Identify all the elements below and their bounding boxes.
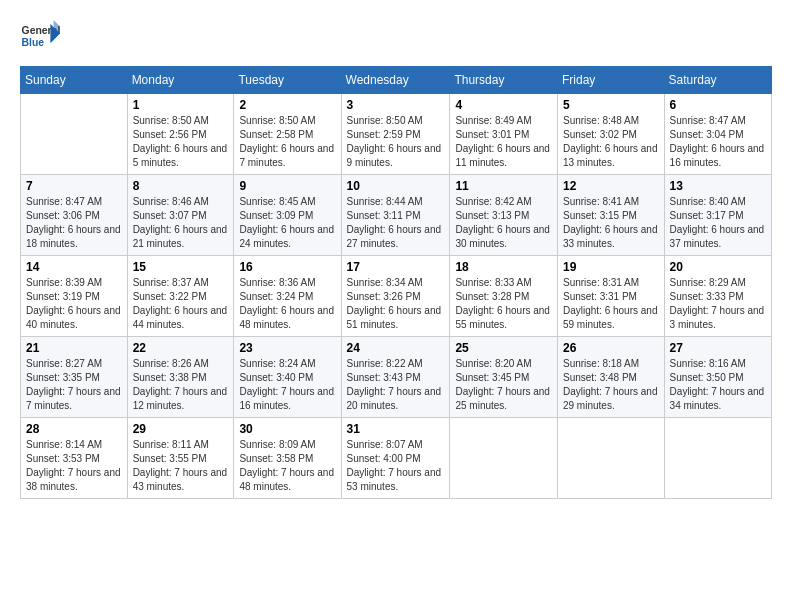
day-number: 27 <box>670 341 766 355</box>
weekday-header-wednesday: Wednesday <box>341 67 450 94</box>
calendar-cell: 7Sunrise: 8:47 AMSunset: 3:06 PMDaylight… <box>21 175 128 256</box>
day-number: 23 <box>239 341 335 355</box>
calendar-cell: 27Sunrise: 8:16 AMSunset: 3:50 PMDayligh… <box>664 337 771 418</box>
calendar-cell <box>21 94 128 175</box>
weekday-header-thursday: Thursday <box>450 67 558 94</box>
calendar-cell: 23Sunrise: 8:24 AMSunset: 3:40 PMDayligh… <box>234 337 341 418</box>
cell-info: Sunrise: 8:41 AMSunset: 3:15 PMDaylight:… <box>563 195 659 251</box>
week-row-4: 21Sunrise: 8:27 AMSunset: 3:35 PMDayligh… <box>21 337 772 418</box>
calendar-cell: 26Sunrise: 8:18 AMSunset: 3:48 PMDayligh… <box>557 337 664 418</box>
cell-info: Sunrise: 8:29 AMSunset: 3:33 PMDaylight:… <box>670 276 766 332</box>
cell-info: Sunrise: 8:26 AMSunset: 3:38 PMDaylight:… <box>133 357 229 413</box>
calendar-cell: 17Sunrise: 8:34 AMSunset: 3:26 PMDayligh… <box>341 256 450 337</box>
cell-info: Sunrise: 8:37 AMSunset: 3:22 PMDaylight:… <box>133 276 229 332</box>
calendar-cell: 9Sunrise: 8:45 AMSunset: 3:09 PMDaylight… <box>234 175 341 256</box>
calendar-cell: 31Sunrise: 8:07 AMSunset: 4:00 PMDayligh… <box>341 418 450 499</box>
calendar-cell: 16Sunrise: 8:36 AMSunset: 3:24 PMDayligh… <box>234 256 341 337</box>
cell-info: Sunrise: 8:27 AMSunset: 3:35 PMDaylight:… <box>26 357 122 413</box>
cell-info: Sunrise: 8:16 AMSunset: 3:50 PMDaylight:… <box>670 357 766 413</box>
calendar-cell: 18Sunrise: 8:33 AMSunset: 3:28 PMDayligh… <box>450 256 558 337</box>
cell-info: Sunrise: 8:50 AMSunset: 2:59 PMDaylight:… <box>347 114 445 170</box>
week-row-5: 28Sunrise: 8:14 AMSunset: 3:53 PMDayligh… <box>21 418 772 499</box>
day-number: 3 <box>347 98 445 112</box>
cell-info: Sunrise: 8:42 AMSunset: 3:13 PMDaylight:… <box>455 195 552 251</box>
calendar-cell: 13Sunrise: 8:40 AMSunset: 3:17 PMDayligh… <box>664 175 771 256</box>
cell-info: Sunrise: 8:18 AMSunset: 3:48 PMDaylight:… <box>563 357 659 413</box>
cell-info: Sunrise: 8:39 AMSunset: 3:19 PMDaylight:… <box>26 276 122 332</box>
day-number: 4 <box>455 98 552 112</box>
calendar-cell: 15Sunrise: 8:37 AMSunset: 3:22 PMDayligh… <box>127 256 234 337</box>
header: General Blue <box>20 16 772 56</box>
day-number: 19 <box>563 260 659 274</box>
calendar-cell: 30Sunrise: 8:09 AMSunset: 3:58 PMDayligh… <box>234 418 341 499</box>
day-number: 20 <box>670 260 766 274</box>
day-number: 7 <box>26 179 122 193</box>
page: General Blue SundayMondayTuesdayWednesda… <box>0 0 792 509</box>
calendar-cell: 28Sunrise: 8:14 AMSunset: 3:53 PMDayligh… <box>21 418 128 499</box>
cell-info: Sunrise: 8:22 AMSunset: 3:43 PMDaylight:… <box>347 357 445 413</box>
weekday-header-sunday: Sunday <box>21 67 128 94</box>
calendar-cell: 20Sunrise: 8:29 AMSunset: 3:33 PMDayligh… <box>664 256 771 337</box>
calendar-cell: 5Sunrise: 8:48 AMSunset: 3:02 PMDaylight… <box>557 94 664 175</box>
calendar-cell: 12Sunrise: 8:41 AMSunset: 3:15 PMDayligh… <box>557 175 664 256</box>
calendar-cell: 25Sunrise: 8:20 AMSunset: 3:45 PMDayligh… <box>450 337 558 418</box>
week-row-1: 1Sunrise: 8:50 AMSunset: 2:56 PMDaylight… <box>21 94 772 175</box>
weekday-header-row: SundayMondayTuesdayWednesdayThursdayFrid… <box>21 67 772 94</box>
cell-info: Sunrise: 8:24 AMSunset: 3:40 PMDaylight:… <box>239 357 335 413</box>
day-number: 6 <box>670 98 766 112</box>
weekday-header-tuesday: Tuesday <box>234 67 341 94</box>
cell-info: Sunrise: 8:45 AMSunset: 3:09 PMDaylight:… <box>239 195 335 251</box>
calendar-cell <box>450 418 558 499</box>
day-number: 18 <box>455 260 552 274</box>
calendar-cell: 24Sunrise: 8:22 AMSunset: 3:43 PMDayligh… <box>341 337 450 418</box>
calendar-cell: 8Sunrise: 8:46 AMSunset: 3:07 PMDaylight… <box>127 175 234 256</box>
calendar-cell: 21Sunrise: 8:27 AMSunset: 3:35 PMDayligh… <box>21 337 128 418</box>
day-number: 28 <box>26 422 122 436</box>
logo-icon: General Blue <box>20 16 60 56</box>
calendar-cell <box>557 418 664 499</box>
week-row-2: 7Sunrise: 8:47 AMSunset: 3:06 PMDaylight… <box>21 175 772 256</box>
day-number: 2 <box>239 98 335 112</box>
cell-info: Sunrise: 8:14 AMSunset: 3:53 PMDaylight:… <box>26 438 122 494</box>
cell-info: Sunrise: 8:11 AMSunset: 3:55 PMDaylight:… <box>133 438 229 494</box>
day-number: 11 <box>455 179 552 193</box>
cell-info: Sunrise: 8:48 AMSunset: 3:02 PMDaylight:… <box>563 114 659 170</box>
cell-info: Sunrise: 8:09 AMSunset: 3:58 PMDaylight:… <box>239 438 335 494</box>
day-number: 10 <box>347 179 445 193</box>
calendar-cell: 4Sunrise: 8:49 AMSunset: 3:01 PMDaylight… <box>450 94 558 175</box>
cell-info: Sunrise: 8:47 AMSunset: 3:04 PMDaylight:… <box>670 114 766 170</box>
cell-info: Sunrise: 8:34 AMSunset: 3:26 PMDaylight:… <box>347 276 445 332</box>
svg-text:Blue: Blue <box>22 37 45 48</box>
cell-info: Sunrise: 8:36 AMSunset: 3:24 PMDaylight:… <box>239 276 335 332</box>
weekday-header-monday: Monday <box>127 67 234 94</box>
calendar-cell: 29Sunrise: 8:11 AMSunset: 3:55 PMDayligh… <box>127 418 234 499</box>
calendar-table: SundayMondayTuesdayWednesdayThursdayFrid… <box>20 66 772 499</box>
weekday-header-saturday: Saturday <box>664 67 771 94</box>
calendar-cell <box>664 418 771 499</box>
cell-info: Sunrise: 8:31 AMSunset: 3:31 PMDaylight:… <box>563 276 659 332</box>
day-number: 17 <box>347 260 445 274</box>
logo: General Blue <box>20 16 64 56</box>
week-row-3: 14Sunrise: 8:39 AMSunset: 3:19 PMDayligh… <box>21 256 772 337</box>
day-number: 30 <box>239 422 335 436</box>
weekday-header-friday: Friday <box>557 67 664 94</box>
day-number: 15 <box>133 260 229 274</box>
day-number: 25 <box>455 341 552 355</box>
cell-info: Sunrise: 8:44 AMSunset: 3:11 PMDaylight:… <box>347 195 445 251</box>
cell-info: Sunrise: 8:07 AMSunset: 4:00 PMDaylight:… <box>347 438 445 494</box>
day-number: 21 <box>26 341 122 355</box>
day-number: 16 <box>239 260 335 274</box>
calendar-cell: 10Sunrise: 8:44 AMSunset: 3:11 PMDayligh… <box>341 175 450 256</box>
calendar-cell: 2Sunrise: 8:50 AMSunset: 2:58 PMDaylight… <box>234 94 341 175</box>
day-number: 12 <box>563 179 659 193</box>
day-number: 22 <box>133 341 229 355</box>
day-number: 8 <box>133 179 229 193</box>
cell-info: Sunrise: 8:50 AMSunset: 2:56 PMDaylight:… <box>133 114 229 170</box>
day-number: 14 <box>26 260 122 274</box>
cell-info: Sunrise: 8:46 AMSunset: 3:07 PMDaylight:… <box>133 195 229 251</box>
day-number: 5 <box>563 98 659 112</box>
calendar-cell: 11Sunrise: 8:42 AMSunset: 3:13 PMDayligh… <box>450 175 558 256</box>
cell-info: Sunrise: 8:50 AMSunset: 2:58 PMDaylight:… <box>239 114 335 170</box>
day-number: 24 <box>347 341 445 355</box>
day-number: 26 <box>563 341 659 355</box>
